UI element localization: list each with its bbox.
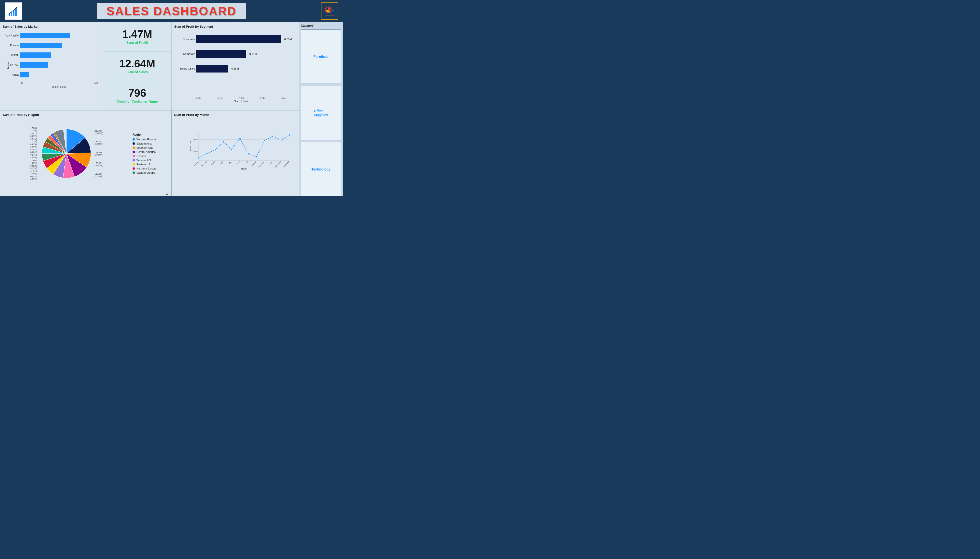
svg-text:October: October xyxy=(267,160,273,167)
line-point xyxy=(231,149,232,150)
svg-text:February: February xyxy=(201,160,207,167)
line-point xyxy=(206,152,208,154)
seg-bar-label: Home Office xyxy=(175,67,195,70)
profit-month-panel: Sum of Profit by Month 100K150KSum of Pr… xyxy=(172,110,299,196)
legend-label: Northern Europe xyxy=(137,167,156,170)
seg-bar-fill: 0.28M xyxy=(196,64,228,73)
segment-x-label: Sum of Profit xyxy=(196,100,286,103)
segment-chart: Segment Consumer 0.75M Corporate 0.44M H… xyxy=(174,30,296,104)
legend-dot xyxy=(132,142,135,145)
kpi-box: 1.47M Sum of Profit xyxy=(103,22,172,51)
svg-text:100K: 100K xyxy=(193,150,198,152)
segment-x-axis: 0.0M 0.2M 0.4M 0.6M 0.8M Sum of Profit xyxy=(196,96,286,103)
svg-text:May: May xyxy=(228,160,232,164)
legend-label: Eastern US xyxy=(137,163,150,166)
line-point xyxy=(264,140,265,141)
legend-dot xyxy=(132,159,135,161)
legend-title: Region xyxy=(132,133,156,136)
svg-text:November: November xyxy=(274,160,281,168)
line-point xyxy=(223,141,224,142)
x-tick-0: 0M xyxy=(20,82,23,84)
segment-bar-row: Consumer 0.75M xyxy=(196,35,286,43)
seg-bar-fill: 0.44M xyxy=(196,50,246,58)
header: SALES DASHBOARD xyxy=(0,0,343,22)
pie-section: 17.85K (1.13%) 34.57K (2.19%) 39.71K (2.… xyxy=(3,119,169,190)
seg-bar-label: Corporate xyxy=(175,53,195,55)
logo-right xyxy=(321,2,338,20)
profit-segment-title: Sum of Profit by Segment xyxy=(174,25,296,28)
seg-bar-value: 0.75M xyxy=(284,38,292,41)
legend-items-container: Western Europe Eastern Asia Southern Asi… xyxy=(132,138,156,174)
segment-bars-container: Consumer 0.75M Corporate 0.44M Home Offi… xyxy=(196,35,286,73)
kpi-boxes-container: 1.47M Sum of Profit 12.64M Sum of Sales … xyxy=(103,22,172,110)
bar-label: Africa xyxy=(4,73,19,76)
svg-text:December: December xyxy=(282,160,289,168)
kpi-panel: 1.47M Sum of Profit 12.64M Sum of Sales … xyxy=(103,22,172,110)
seg-bar-label: Consumer xyxy=(175,38,195,41)
line-point xyxy=(248,153,249,155)
profit-month-title: Sum of Profit by Month xyxy=(174,113,296,117)
legend-item: Western Europe xyxy=(132,138,156,141)
svg-text:April: April xyxy=(220,160,224,165)
sales-bar-row: Europe xyxy=(20,43,98,48)
legend-label: Southern Asia xyxy=(137,146,154,149)
legend-dot xyxy=(132,155,135,157)
seg-bar-value: 0.28M xyxy=(231,67,239,70)
bar-label: LATAM xyxy=(4,63,19,66)
legend-dot xyxy=(132,163,135,165)
kpi-label: Sum of Sales xyxy=(126,70,148,74)
kpi-label: Count of Customer Name xyxy=(117,99,158,103)
line-point xyxy=(280,139,282,141)
kpi-label: Sum of Profit xyxy=(126,41,148,45)
scroll-indicator[interactable]: ▼ xyxy=(165,192,169,196)
legend-item: Northern Europe xyxy=(132,167,156,170)
svg-text:Month: Month xyxy=(241,168,247,170)
bar-label: Europe xyxy=(4,44,19,47)
profit-region-title: Sum of Profit by Region xyxy=(3,113,169,117)
profit-region-panel: Sum of Profit by Region 17.85K (1.13%) 3… xyxy=(0,110,172,196)
sales-market-chart: Market Asia Pacific Europe USCA LATAM Af… xyxy=(3,30,100,99)
page-title: SALES DASHBOARD xyxy=(97,3,246,19)
svg-text:January: January xyxy=(193,160,199,167)
legend-dot xyxy=(132,147,135,149)
pie-right-labels: 218.43K (13.83%) 167.1K (10.58%) 159.34K… xyxy=(94,127,103,180)
kpi-value: 796 xyxy=(128,88,146,98)
svg-text:March: March xyxy=(210,161,216,166)
legend-dot xyxy=(132,167,135,170)
kpi-box: 796 Count of Customer Name xyxy=(103,81,172,110)
legend-label: Eastern Europe xyxy=(137,171,155,174)
seg-bar-fill: 0.75M xyxy=(196,35,281,43)
legend-item: Eastern US xyxy=(132,163,156,166)
legend-section: Region Western Europe Eastern Asia South… xyxy=(132,133,156,175)
legend-item: Eastern Asia xyxy=(132,142,156,145)
line-path xyxy=(199,135,289,158)
category-btn-technology[interactable]: Technology xyxy=(301,142,341,196)
line-point xyxy=(272,136,274,137)
svg-text:150K: 150K xyxy=(193,139,198,141)
category-btn-office-supplies[interactable]: OfficeSupplies xyxy=(301,86,341,140)
bar-label: USCA xyxy=(4,54,19,56)
line-chart-svg: 100K150KSum of ProfitJanuaryFebruaryMarc… xyxy=(189,124,291,177)
bar-fill xyxy=(20,62,48,68)
legend-item: Western US xyxy=(132,159,156,162)
profit-segment-panel: Sum of Profit by Segment Segment Consume… xyxy=(172,22,299,110)
svg-text:August: August xyxy=(251,161,257,166)
svg-rect-6 xyxy=(326,15,334,15)
legend-item: Southern Asia xyxy=(132,146,156,149)
line-point xyxy=(239,138,241,139)
svg-text:July: July xyxy=(245,160,249,164)
analytics-icon xyxy=(323,5,335,17)
category-panel: Category Furniture OfficeSupplies Techno… xyxy=(299,22,343,196)
category-btn-furniture[interactable]: Furniture xyxy=(301,30,341,84)
kpi-value: 1.47M xyxy=(122,29,152,40)
sales-bar-row: Asia Pacific xyxy=(20,33,98,38)
pie-wrapper: 17.85K (1.13%) 34.57K (2.19%) 39.71K (2.… xyxy=(40,127,93,182)
legend-label: Western Europe xyxy=(137,138,156,141)
line-point xyxy=(198,157,200,159)
sales-by-market-panel: Sum of Sales by Market Market Asia Pacif… xyxy=(0,22,103,110)
segment-bar-row: Corporate 0.44M xyxy=(196,50,286,58)
x-tick-1: 5M xyxy=(94,82,98,84)
line-point xyxy=(289,134,290,136)
sales-bar-row: USCA xyxy=(20,53,98,58)
legend-label: Central America xyxy=(137,150,155,153)
